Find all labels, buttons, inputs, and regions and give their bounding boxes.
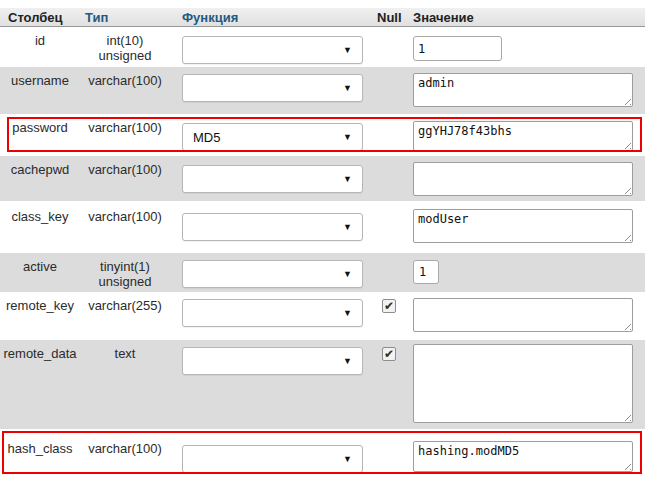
function-select[interactable]: ▼ [182, 299, 363, 327]
function-select[interactable]: ▼ [182, 165, 363, 193]
column-type: varchar(100) [80, 114, 170, 135]
column-name: active [0, 253, 80, 274]
column-name: remote_key [0, 292, 80, 313]
header-function-link[interactable]: Функция [170, 10, 374, 25]
dropdown-arrow-icon: ▼ [343, 133, 352, 142]
column-type: varchar(100) [80, 67, 170, 88]
column-type: int(10) unsigned [80, 27, 170, 63]
function-select[interactable]: ▼ [182, 213, 363, 241]
table-row-remote-data: remote_data text ▼ ✔ [0, 340, 645, 429]
function-select[interactable]: ▼ [182, 74, 363, 102]
table-row-class-key: class_key varchar(100) ▼ modUser [0, 201, 645, 253]
column-name: username [0, 67, 80, 88]
column-name: cachepwd [0, 156, 80, 177]
dropdown-arrow-icon: ▼ [343, 309, 352, 318]
value-input[interactable] [413, 36, 502, 61]
function-select[interactable]: ▼ [182, 347, 363, 375]
table-row-hash-class: hash_class varchar(100) ▼ hashing.modMD5 [0, 429, 645, 476]
value-textarea[interactable]: ggYHJ78f43bhs [413, 121, 633, 151]
table-row-id: id int(10) unsigned ▼ [0, 27, 645, 67]
dropdown-arrow-icon: ▼ [343, 270, 352, 279]
table-row-password: password varchar(100) MD5 ▼ ggYHJ78f43bh… [0, 114, 645, 156]
header-null: Null [374, 10, 412, 25]
check-icon: ✔ [384, 301, 394, 311]
column-type: text [80, 340, 170, 361]
column-name: id [0, 27, 80, 48]
function-select[interactable]: ▼ [182, 260, 363, 288]
dropdown-arrow-icon: ▼ [343, 357, 352, 366]
column-name: password [0, 114, 80, 135]
column-type: tinyint(1) unsigned [80, 253, 170, 289]
function-select[interactable]: MD5 ▼ [182, 123, 363, 151]
header-value: Значение [412, 10, 645, 25]
insert-row-form: Столбец Тип Функция Null Значение id int… [0, 0, 645, 476]
dropdown-arrow-icon: ▼ [343, 84, 352, 93]
table-header: Столбец Тип Функция Null Значение [0, 8, 645, 27]
column-name: class_key [0, 201, 80, 224]
column-type: varchar(100) [80, 201, 170, 224]
dropdown-arrow-icon: ▼ [343, 46, 352, 55]
value-input[interactable] [413, 260, 439, 284]
value-textarea[interactable]: hashing.modMD5 [413, 441, 633, 472]
column-name: remote_data [0, 340, 80, 361]
dropdown-arrow-icon: ▼ [343, 175, 352, 184]
null-checkbox[interactable]: ✔ [382, 299, 396, 313]
value-textarea[interactable]: modUser [413, 209, 633, 243]
header-type-link[interactable]: Тип [80, 10, 170, 25]
null-checkbox[interactable]: ✔ [382, 347, 396, 361]
column-name: hash_class [0, 429, 80, 456]
table-row-cachepwd: cachepwd varchar(100) ▼ [0, 156, 645, 201]
column-type: varchar(100) [80, 156, 170, 177]
table-row-remote-key: remote_key varchar(255) ▼ ✔ [0, 292, 645, 340]
column-type: varchar(255) [80, 292, 170, 313]
value-textarea[interactable] [413, 344, 633, 423]
value-textarea[interactable]: admin [413, 73, 633, 107]
check-icon: ✔ [384, 349, 394, 359]
function-select[interactable]: ▼ [182, 36, 363, 64]
header-column: Столбец [0, 10, 80, 25]
dropdown-arrow-icon: ▼ [343, 455, 352, 464]
function-select[interactable]: ▼ [182, 445, 363, 473]
column-type: varchar(100) [80, 429, 170, 456]
value-textarea[interactable] [413, 162, 633, 196]
table-row-username: username varchar(100) ▼ admin [0, 67, 645, 114]
dropdown-arrow-icon: ▼ [343, 223, 352, 232]
table-row-active: active tinyint(1) unsigned ▼ [0, 253, 645, 292]
value-textarea[interactable] [413, 298, 633, 332]
